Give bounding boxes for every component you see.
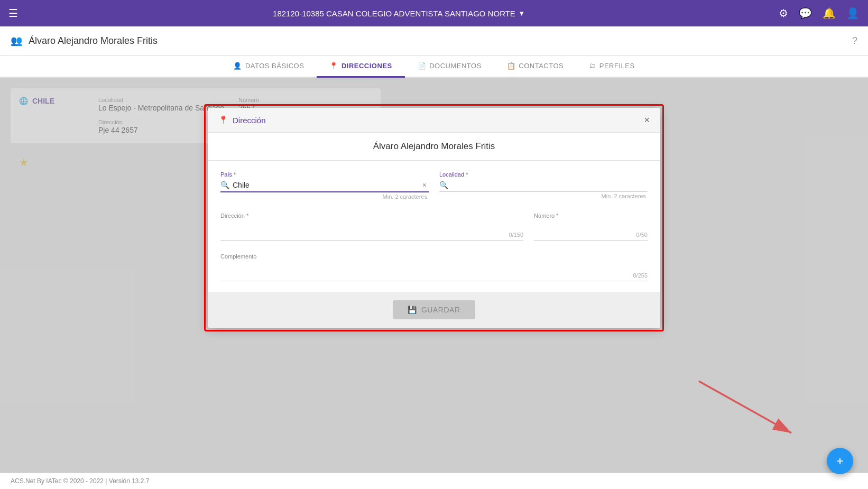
localidad-search-icon: 🔍 bbox=[439, 181, 448, 189]
numero-form-label: Número * bbox=[534, 213, 648, 219]
pais-search-icon: 🔍 bbox=[220, 181, 229, 189]
pais-input-wrapper: 🔍 × bbox=[220, 179, 429, 192]
dialog-wrapper: 📍 Dirección × Álvaro Alejandro Morales F… bbox=[204, 104, 664, 331]
direccion-form-label: Dirección * bbox=[220, 213, 523, 219]
direccion-char-count: 0/150 bbox=[220, 232, 523, 238]
direccion-numero-row: Dirección * 0/150 Número * 0/50 bbox=[220, 210, 648, 241]
subheader: 👥 Álvaro Alejandro Morales Fritis ? bbox=[0, 26, 868, 56]
dialog-body: País * 🔍 × Min. 2 caracteres. Localidad … bbox=[208, 161, 660, 292]
direccion-form-field: Dirección * 0/150 bbox=[220, 210, 523, 241]
person-group-icon: 👥 bbox=[11, 35, 22, 47]
navbar-title-area: 182120-10385 CASAN COLEGIO ADVENTISTA SA… bbox=[273, 8, 524, 18]
bell-icon[interactable]: 🔔 bbox=[823, 7, 836, 20]
tab-documentos[interactable]: 📄 DOCUMENTOS bbox=[405, 56, 494, 78]
complemento-form-field: Complemento 0/255 bbox=[220, 251, 648, 281]
tab-datos-icon: 👤 bbox=[233, 62, 242, 70]
dialog-header: 📍 Dirección × bbox=[208, 108, 660, 133]
tab-perfiles[interactable]: 🗂 PERFILES bbox=[576, 56, 647, 78]
pais-label: País * bbox=[220, 171, 429, 178]
person-name-header: Álvaro Alejandro Morales Fritis bbox=[29, 35, 158, 47]
help-icon[interactable]: ? bbox=[852, 35, 857, 47]
tab-datos[interactable]: 👤 DATOS BÁSICOS bbox=[220, 56, 317, 78]
settings-icon[interactable]: ⚙ bbox=[779, 7, 788, 20]
pais-input[interactable] bbox=[233, 181, 419, 189]
tab-direcciones-label: DIRECCIONES bbox=[341, 62, 392, 70]
tab-direcciones[interactable]: 📍 DIRECCIONES bbox=[317, 56, 404, 78]
dialog-person-name: Álvaro Alejandro Morales Fritis bbox=[208, 133, 660, 161]
numero-form-field: Número * 0/50 bbox=[534, 210, 648, 241]
numero-char-count: 0/50 bbox=[534, 232, 648, 238]
complemento-input[interactable] bbox=[220, 260, 648, 272]
tab-documentos-icon: 📄 bbox=[418, 62, 427, 70]
dialog-header-title: 📍 Dirección bbox=[218, 115, 266, 125]
localidad-input[interactable] bbox=[451, 181, 645, 189]
guardar-label: GUARDAR bbox=[421, 306, 460, 314]
tab-documentos-label: DOCUMENTOS bbox=[429, 62, 482, 70]
dialog-close-button[interactable]: × bbox=[644, 115, 650, 125]
localidad-min-chars: Min. 2 caracteres. bbox=[439, 193, 648, 199]
complemento-char-count: 0/255 bbox=[220, 272, 648, 279]
fab-add-button[interactable]: + bbox=[827, 448, 853, 474]
navbar: ☰ 182120-10385 CASAN COLEGIO ADVENTISTA … bbox=[0, 0, 868, 26]
numero-input[interactable] bbox=[534, 219, 648, 232]
tab-direcciones-icon: 📍 bbox=[329, 62, 338, 70]
dialog-footer: 💾 GUARDAR bbox=[208, 292, 660, 328]
user-icon[interactable]: 👤 bbox=[846, 7, 860, 20]
pais-clear-icon[interactable]: × bbox=[422, 181, 427, 189]
dialog-red-border: 📍 Dirección × Álvaro Alejandro Morales F… bbox=[204, 104, 664, 331]
tab-datos-label: DATOS BÁSICOS bbox=[245, 62, 304, 70]
tab-contactos-label: CONTACTOS bbox=[519, 62, 564, 70]
pais-localidad-row: País * 🔍 × Min. 2 caracteres. Localidad … bbox=[220, 171, 648, 200]
dropdown-arrow-icon[interactable]: ▾ bbox=[520, 8, 524, 18]
localidad-form-field: Localidad * 🔍 Min. 2 caracteres. bbox=[439, 171, 648, 200]
complemento-form-label: Complemento bbox=[220, 253, 648, 260]
tab-perfiles-icon: 🗂 bbox=[589, 62, 596, 70]
dialog-location-icon: 📍 bbox=[218, 115, 228, 125]
dialog-person-name-text: Álvaro Alejandro Morales Fritis bbox=[373, 141, 495, 151]
localidad-input-wrapper: 🔍 bbox=[439, 179, 648, 192]
footer-text: ACS.Net By IATec © 2020 - 2022 | Versión… bbox=[11, 477, 150, 485]
dialog: 📍 Dirección × Álvaro Alejandro Morales F… bbox=[208, 108, 660, 328]
localidad-form-label: Localidad * bbox=[439, 171, 648, 178]
save-icon: 💾 bbox=[408, 306, 417, 314]
main-content: 🌐 CHILE Localidad Lo Espejo - Metropolit… bbox=[0, 78, 868, 487]
direccion-input[interactable] bbox=[220, 219, 523, 232]
pais-min-chars: Min. 2 caracteres. bbox=[220, 193, 429, 200]
guardar-button[interactable]: 💾 GUARDAR bbox=[393, 300, 475, 319]
hamburger-icon[interactable]: ☰ bbox=[8, 7, 18, 20]
tab-contactos[interactable]: 📋 CONTACTOS bbox=[494, 56, 576, 78]
dialog-title-text: Dirección bbox=[233, 116, 266, 125]
tab-perfiles-label: PERFILES bbox=[599, 62, 635, 70]
tab-contactos-icon: 📋 bbox=[507, 62, 516, 70]
fab-plus-icon: + bbox=[836, 454, 844, 468]
pais-form-field: País * 🔍 × Min. 2 caracteres. bbox=[220, 171, 429, 200]
chat-icon[interactable]: 💬 bbox=[799, 7, 812, 20]
tabs-bar: 👤 DATOS BÁSICOS 📍 DIRECCIONES 📄 DOCUMENT… bbox=[0, 56, 868, 78]
footer: ACS.Net By IATec © 2020 - 2022 | Versión… bbox=[0, 473, 868, 489]
school-title: 182120-10385 CASAN COLEGIO ADVENTISTA SA… bbox=[273, 9, 515, 18]
subheader-left: 👥 Álvaro Alejandro Morales Fritis bbox=[11, 35, 158, 47]
navbar-icons: ⚙ 💬 🔔 👤 bbox=[779, 7, 860, 20]
